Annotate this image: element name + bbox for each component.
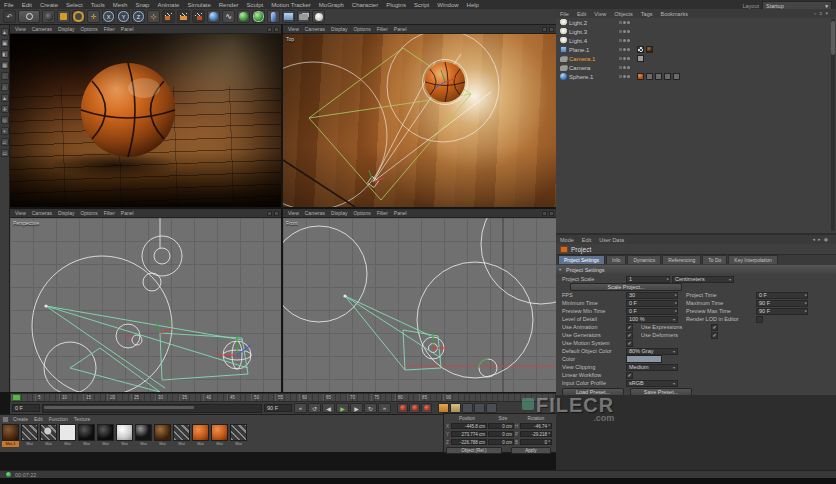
object-name[interactable]: Sphere.1 xyxy=(569,74,617,80)
viewport-solo-icon[interactable]: ◎ xyxy=(1,116,9,124)
attribute-control[interactable] xyxy=(756,316,763,323)
menu-item[interactable]: Mesh xyxy=(109,2,132,8)
last-tool-icon[interactable]: ✛ xyxy=(87,10,100,23)
menu-item[interactable]: Render xyxy=(215,2,243,8)
workplane-icon[interactable]: ▱ xyxy=(1,138,9,146)
material-label[interactable]: Mat xyxy=(192,441,209,447)
viewport-menu-item[interactable]: View xyxy=(12,26,29,32)
material-label[interactable]: Mat xyxy=(116,441,133,447)
material-label[interactable]: Mat.1 xyxy=(2,441,19,447)
view-clipping-dropdown[interactable]: Medium xyxy=(626,364,678,371)
object-name[interactable]: Light.4 xyxy=(569,38,617,44)
project-scale-field[interactable]: 1 xyxy=(626,276,670,283)
lock-icon[interactable]: ◉ xyxy=(824,236,828,242)
viewport-maximize-icon[interactable] xyxy=(274,211,279,216)
material-preview[interactable] xyxy=(40,424,57,441)
attribute-control[interactable]: ✓ xyxy=(711,324,718,331)
position-field[interactable]: -226.788 cm xyxy=(451,439,487,445)
material-label[interactable]: Mat xyxy=(135,441,152,447)
attribute-tab[interactable]: Project Settings xyxy=(558,255,605,264)
lock-z-axis-icon[interactable]: Z xyxy=(132,10,145,23)
viewport-menu-item[interactable]: View xyxy=(12,210,29,216)
coordinate-system-icon[interactable]: ⊹ xyxy=(147,10,160,23)
workplane-mode-icon[interactable]: ▦ xyxy=(1,61,9,69)
size-field[interactable]: 0 cm xyxy=(488,431,514,437)
material-preview[interactable] xyxy=(211,424,228,441)
polygons-mode-icon[interactable]: ▲ xyxy=(1,94,9,102)
points-mode-icon[interactable]: ∴ xyxy=(1,72,9,80)
material-swatch[interactable]: Mat xyxy=(173,424,190,447)
material-label[interactable]: Mat xyxy=(173,441,190,447)
add-generator-icon[interactable] xyxy=(237,10,250,23)
load-preset-button[interactable]: Load Preset... xyxy=(562,388,624,395)
menu-item[interactable]: Create xyxy=(36,2,62,8)
material-swatch[interactable]: Mat xyxy=(211,424,228,447)
object-manager-menu-item[interactable]: Edit xyxy=(573,11,590,17)
viewport-menu-item[interactable]: Display xyxy=(328,26,350,32)
render-picture-viewer-icon[interactable] xyxy=(177,10,190,23)
viewport-menu-item[interactable]: Panel xyxy=(391,210,410,216)
visibility-dots[interactable] xyxy=(619,66,635,69)
object-row[interactable]: Sphere.1 xyxy=(556,72,836,81)
material-preview[interactable] xyxy=(78,424,95,441)
timeline-ruler[interactable]: 051015202530354045505560657075808590 xyxy=(10,393,556,402)
material-label[interactable]: Mat xyxy=(40,441,57,447)
keyframe-rotation-toggle[interactable] xyxy=(462,403,473,413)
filter-icon[interactable]: ≡ xyxy=(820,10,823,17)
lock-x-axis-icon[interactable]: X xyxy=(102,10,115,23)
menu-item[interactable]: File xyxy=(0,2,18,8)
viewport-menu-item[interactable]: Display xyxy=(328,210,350,216)
material-preview[interactable] xyxy=(135,424,152,441)
menu-item[interactable]: Snap xyxy=(131,2,153,8)
visibility-dots[interactable] xyxy=(619,48,635,51)
object-row[interactable]: Camera xyxy=(556,63,836,72)
viewport-menu-item[interactable]: Filter xyxy=(374,26,391,32)
history-forward-icon[interactable]: ▸ xyxy=(818,236,821,242)
end-frame-field[interactable]: 90 F xyxy=(264,404,292,412)
render-settings-icon[interactable] xyxy=(192,10,205,23)
object-manager-menu-item[interactable]: File xyxy=(556,11,573,17)
object-tag[interactable] xyxy=(646,73,653,80)
viewport-menu-item[interactable]: Filter xyxy=(101,26,118,32)
material-preview[interactable] xyxy=(97,424,114,441)
color-swatch[interactable] xyxy=(626,355,662,363)
menu-item[interactable]: Edit xyxy=(18,2,36,8)
viewport-menu-item[interactable]: Cameras xyxy=(302,26,328,32)
add-camera-icon[interactable] xyxy=(297,10,310,23)
record-keyframe-icon[interactable] xyxy=(397,403,408,413)
material-preview[interactable] xyxy=(21,424,38,441)
menu-item[interactable]: Simulate xyxy=(183,2,214,8)
front-view-canvas[interactable]: Front xyxy=(283,218,556,392)
viewport-toggle-icon[interactable] xyxy=(267,27,272,32)
loop-icon[interactable]: ↻ xyxy=(364,403,377,413)
timeline-playhead[interactable] xyxy=(12,394,21,401)
attribute-control[interactable]: ✓ xyxy=(711,332,718,339)
material-swatch[interactable]: Mat xyxy=(97,424,114,447)
material-label[interactable]: Mat xyxy=(78,441,95,447)
viewport-toggle-icon[interactable] xyxy=(542,211,547,216)
add-primitive-icon[interactable] xyxy=(207,10,220,23)
viewport-menu-item[interactable]: Filter xyxy=(374,210,391,216)
viewport-camera-render[interactable]: ViewCamerasDisplayOptionsFilterPanel xyxy=(10,25,281,207)
viewport-menu-item[interactable]: Panel xyxy=(118,26,137,32)
material-preview[interactable] xyxy=(116,424,133,441)
material-preview[interactable] xyxy=(230,424,247,441)
material-swatch[interactable]: Mat xyxy=(154,424,171,447)
add-floor-icon[interactable] xyxy=(282,10,295,23)
live-selection-icon[interactable] xyxy=(18,10,40,23)
goto-end-icon[interactable]: » xyxy=(378,403,391,413)
locked-workplane-icon[interactable]: ▭ xyxy=(1,149,9,157)
object-tag[interactable] xyxy=(637,46,644,53)
render-view-canvas[interactable] xyxy=(10,34,281,207)
size-field[interactable]: 0 cm xyxy=(488,423,514,429)
viewport-menu-item[interactable]: Options xyxy=(77,210,100,216)
scale-tool-icon[interactable] xyxy=(57,10,70,23)
history-back-icon[interactable]: ◂ xyxy=(813,236,816,242)
menu-item[interactable]: MoGraph xyxy=(315,2,348,8)
object-row[interactable]: Plane.1 xyxy=(556,45,836,54)
play-backward-icon[interactable]: ↺ xyxy=(308,403,321,413)
viewport-menu-item[interactable]: Panel xyxy=(118,210,137,216)
current-frame-field[interactable]: 0 F xyxy=(12,404,40,412)
keyframe-selection-icon[interactable] xyxy=(421,403,432,413)
viewport-menu-item[interactable]: View xyxy=(285,26,302,32)
